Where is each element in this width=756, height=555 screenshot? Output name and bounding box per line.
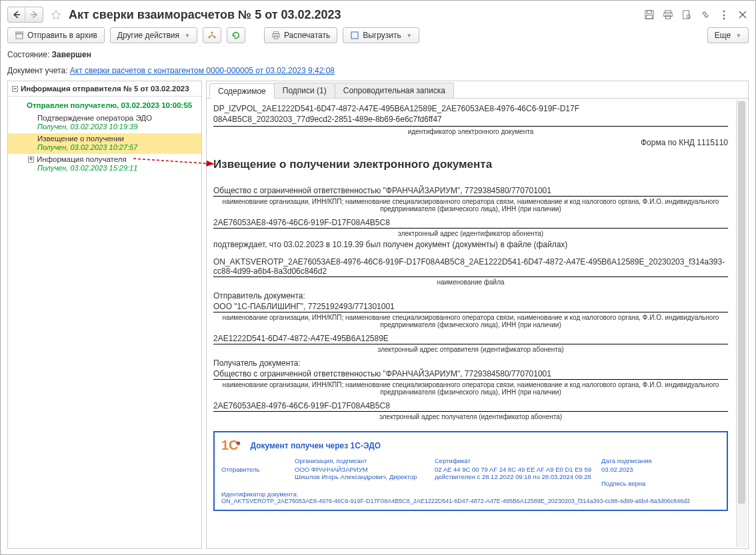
- archive-icon: [15, 31, 24, 40]
- svg-rect-3: [647, 11, 652, 13]
- svg-rect-5: [665, 11, 671, 13]
- close-icon[interactable]: [737, 9, 749, 21]
- content-panel: Содержимое Подписи (1) Сопроводительная …: [206, 81, 749, 549]
- tab-note[interactable]: Сопроводительная записка: [335, 83, 454, 98]
- status-value: Завершен: [52, 50, 91, 59]
- favorite-icon[interactable]: [50, 9, 62, 21]
- page-title: Акт сверки взаиморасчетов № 5 от 03.02.2…: [69, 8, 639, 22]
- expand-icon[interactable]: +: [28, 157, 34, 163]
- svg-rect-7: [666, 15, 671, 19]
- svg-rect-6: [664, 13, 672, 16]
- svg-rect-24: [273, 34, 280, 37]
- export-button[interactable]: Выгрузить ▼: [343, 27, 419, 43]
- svg-rect-25: [274, 36, 278, 39]
- link-icon[interactable]: [699, 9, 711, 21]
- refresh-button[interactable]: [227, 27, 245, 43]
- orgchart-button[interactable]: [203, 27, 221, 43]
- sidebar-item-notice[interactable]: Извещение о получении: [8, 133, 201, 143]
- svg-point-15: [211, 32, 213, 34]
- logo-1c-icon: 1C●: [221, 438, 243, 453]
- forward-button[interactable]: [25, 7, 43, 22]
- more-menu-icon[interactable]: ⋮: [718, 9, 730, 21]
- scrollbar[interactable]: [736, 100, 747, 547]
- nav-group: [7, 7, 43, 23]
- sidebar-sent-status: Отправлен получателю, 03.02.2023 10:00:5…: [8, 99, 201, 113]
- print-button[interactable]: Распечатать: [264, 27, 337, 43]
- sidebar-header[interactable]: − Информация отправителя № 5 от 03.02.20…: [8, 81, 201, 97]
- document-title: Извещение о получении электронного докум…: [213, 154, 728, 182]
- hierarchy-icon: [207, 31, 217, 40]
- chevron-down-icon: ▼: [407, 33, 412, 39]
- printer-icon: [271, 31, 281, 40]
- signature-stamp: 1C● Документ получен через 1С-ЭДО Органи…: [213, 431, 728, 511]
- tab-signatures[interactable]: Подписи (1): [274, 83, 335, 98]
- sidebar: − Информация отправителя № 5 от 03.02.20…: [7, 81, 202, 549]
- refresh-icon: [231, 31, 241, 40]
- collapse-icon[interactable]: −: [12, 86, 18, 92]
- status-row: Состояние: Завершен: [7, 47, 749, 66]
- send-to-archive-button[interactable]: Отправить в архив: [7, 27, 105, 43]
- save-icon[interactable]: [643, 9, 655, 21]
- back-button[interactable]: [8, 7, 25, 22]
- svg-rect-4: [647, 15, 653, 19]
- doc-ref-link[interactable]: Акт сверки расчетов с контрагентом 0000-…: [70, 66, 335, 75]
- doc-ref-row: Документ учета: Акт сверки расчетов с ко…: [7, 66, 749, 81]
- print-icon[interactable]: [662, 9, 674, 21]
- svg-rect-26: [351, 32, 358, 39]
- preview-icon[interactable]: [681, 9, 693, 21]
- tab-content[interactable]: Содержимое: [209, 83, 275, 99]
- svg-line-10: [689, 17, 691, 19]
- export-icon: [350, 31, 359, 40]
- chevron-down-icon: ▼: [185, 33, 190, 39]
- more-button[interactable]: Еще ▼: [707, 27, 749, 43]
- sidebar-item-recipient-sub: Получен, 03.02.2023 15:29:11: [8, 164, 201, 175]
- sidebar-item-confirmation-sub: Получен, 03.02.2023 10:19:39: [8, 123, 201, 133]
- form-code: Форма по КНД 1115110: [213, 135, 728, 154]
- document-content: DP_IZVPOL_2AE1222D541-6D47-4872-A47E-495…: [207, 99, 748, 548]
- other-actions-button[interactable]: Другие действия ▼: [110, 27, 197, 43]
- sidebar-item-recipient-info[interactable]: + Информация получателя: [8, 154, 201, 164]
- sidebar-item-confirmation[interactable]: Подтверждение оператора ЭДО: [8, 113, 201, 123]
- sidebar-item-notice-sub: Получен, 03.02.2023 10:27:57: [8, 143, 201, 154]
- chevron-down-icon: ▼: [736, 33, 741, 39]
- svg-rect-23: [273, 32, 279, 34]
